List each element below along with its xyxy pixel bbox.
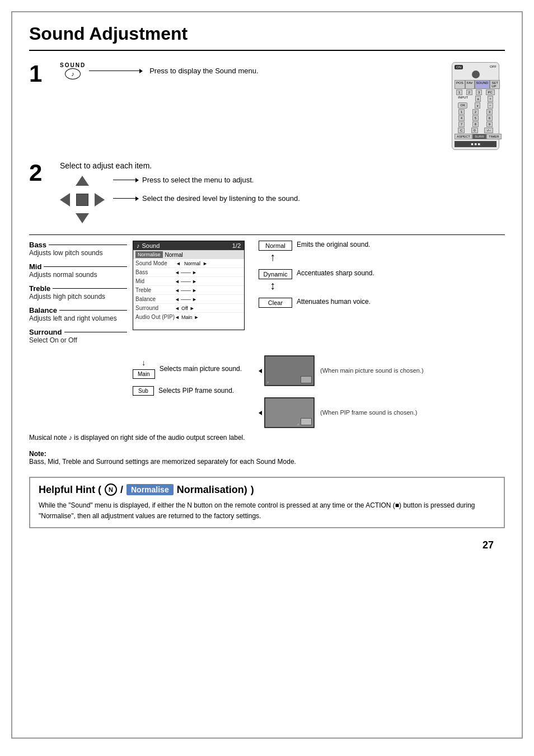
audio-main-row: ↓ Main Selects main picture sound. [133, 358, 250, 379]
connector-line [89, 71, 139, 71]
tv-pip-row: ♪ (When PIP frame sound is chosen.) [259, 397, 505, 428]
menu-balance-label: Balance [135, 296, 175, 302]
sound-icon: ♪ [71, 71, 74, 77]
surround-right-arrow: ► [190, 306, 195, 311]
sound-mode-value: Normal [184, 261, 200, 266]
remote-aspect: ASPECT [455, 134, 472, 139]
menu-balance-row: Balance ◄ —— ► [133, 295, 244, 304]
left-labels-col: Bass Adjusts low pitch sounds Mid Adjust… [29, 241, 133, 350]
mid-right-arrow: ► [192, 279, 197, 284]
left-arrow-main-icon [259, 369, 262, 373]
step1-section: 1 SOUND ♪ Press to display the Sound men… [29, 62, 505, 150]
menu-audio-out-label: Audio Out (PIP) [135, 314, 175, 320]
balance-title: Balance [29, 306, 57, 314]
normal-desc: Emits the original sound. [297, 241, 505, 248]
hint-close-paren: ) [251, 484, 254, 496]
line1 [113, 180, 135, 180]
up-down-arrow2-icon: ↕ [270, 279, 275, 292]
label-treble: Treble Adjusts high pitch sounds [29, 284, 127, 300]
balance-left-arrow: ◄ [175, 297, 180, 302]
menu-treble-row: Treble ◄ —— ► [133, 286, 244, 295]
remote-surround: SURR [472, 134, 486, 139]
hint-box: Helpful Hint ( N / Normalise Normalisati… [29, 477, 505, 528]
divider [29, 234, 505, 235]
bottom-menu-spacer: ↓ Main Selects main picture sound. Sub S… [133, 355, 250, 428]
bass-track-line: —— [181, 270, 191, 275]
treble-title: Treble [29, 284, 50, 293]
audio-out-left-arrow: ◄ [175, 314, 180, 320]
clear-tag: Clear [259, 298, 292, 308]
remote-n6: 6 [486, 115, 493, 121]
clear-tag-col: Clear [259, 298, 292, 308]
treble-left-arrow: ◄ [175, 288, 180, 293]
hint-title: Helpful Hint ( N / Normalise Normalisati… [39, 483, 495, 496]
page-container: Sound Adjustment 1 SOUND ♪ Press to disp… [11, 11, 523, 739]
arrow-right-icon [139, 69, 143, 73]
tv-main-screen: ♪ [264, 355, 315, 386]
step2-select-text: Select to adjust each item. [60, 161, 505, 170]
remote-setup-btn: SET UP [490, 80, 500, 89]
mode-clear-entry: Clear Attenuates human voice. [259, 298, 505, 308]
page-title: Sound Adjustment [29, 24, 505, 51]
audio-out-right-arrow: ► [194, 314, 199, 320]
menu-bass-label: Bass [135, 269, 175, 275]
sound-button[interactable]: ♪ [65, 68, 81, 79]
diagram-area: Bass Adjusts low pitch sounds Mid Adjust… [29, 241, 505, 350]
step2-body: Select to adjust each item. [60, 161, 505, 223]
menu-surround-row: Surround ◄ Off ► [133, 304, 244, 313]
remote-n9: 9 [486, 121, 493, 127]
dpad-instructions: Press to select the menu to adjust. Sele… [60, 176, 505, 223]
note-text: Bass, Mid, Treble and Surround settings … [29, 458, 296, 466]
step1-description: Press to display the Sound menu. [149, 67, 258, 75]
balance-title-row: Balance [29, 306, 127, 314]
hint-text: While the "Sound" menu is displayed, if … [39, 500, 495, 522]
step2-number: 2 [29, 161, 60, 185]
down-arrow-main-icon: ↓ [142, 358, 146, 367]
bottom-area: ↓ Main Selects main picture sound. Sub S… [29, 355, 505, 428]
sound-mode-left-arrow: ◄ [176, 261, 181, 266]
menu-note-icon: ♪ [137, 242, 140, 249]
clear-desc: Attenuates human voice. [297, 298, 505, 306]
slash-label: / [120, 484, 123, 496]
mode-normal-entry: Normal ↑ Emits the original sound. [259, 241, 505, 264]
balance-track-line: —— [181, 297, 191, 302]
main-tag: Main [133, 369, 155, 379]
arrow-connector1 [113, 178, 139, 182]
bottom-spacer [29, 355, 133, 428]
sound-key-row: SOUND ♪ Press to display the Sound menu. [60, 62, 452, 79]
menu-mid-row: Mid ◄ —— ► [133, 277, 244, 286]
surround-line [64, 332, 128, 332]
sub-label-col: Sub [133, 386, 154, 396]
label-balance: Balance Adjusts left and right volumes [29, 306, 127, 322]
surround-value: Off [181, 306, 188, 311]
audio-sub-row: Sub Selects PIP frame sound. [133, 386, 250, 396]
remote-n0: 0 [471, 128, 477, 133]
remote-bottom: ■ ■ ■ [455, 141, 496, 147]
tv-pip-arrow-row: ♪ [259, 397, 315, 428]
sound-menu-box: ♪ Sound 1/2 Normalise Normal Sound Mode … [133, 241, 250, 330]
up-down-arrow1-icon: ↑ [270, 251, 275, 264]
surround-desc: Select On or Off [29, 336, 127, 344]
bass-right-arrow: ► [192, 270, 197, 275]
balance-right-arrow: ► [192, 297, 197, 302]
remote-num3: 3 [476, 90, 482, 95]
dpad-right-icon [95, 193, 105, 206]
surround-title: Surround [29, 328, 62, 336]
dynamic-desc: Accentuates sharp sound. [297, 269, 505, 277]
menu-surround-label: Surround [135, 305, 175, 311]
line2 [113, 198, 135, 199]
treble-desc: Adjusts high pitch sounds [29, 293, 127, 300]
sub-tag: Sub [133, 386, 154, 396]
dpad-up-icon [76, 176, 89, 186]
mid-track-line: —— [181, 279, 191, 284]
remote-fav-btn: FAV [465, 80, 475, 89]
tv-note-label: ♪ [267, 381, 269, 384]
step1-body: SOUND ♪ Press to display the Sound menu. [60, 62, 452, 82]
menu-normalise-row: Normalise Normal [133, 250, 244, 259]
treble-right-arrow: ► [192, 288, 197, 293]
mode-dynamic-entry: Dynamic ↕ Accentuates sharp sound. [259, 269, 505, 292]
bass-left-arrow: ◄ [175, 270, 180, 275]
remote-off-label: OFF [490, 65, 496, 69]
hint-prefix: Helpful Hint ( [39, 484, 101, 496]
menu-treble-label: Treble [135, 287, 175, 293]
